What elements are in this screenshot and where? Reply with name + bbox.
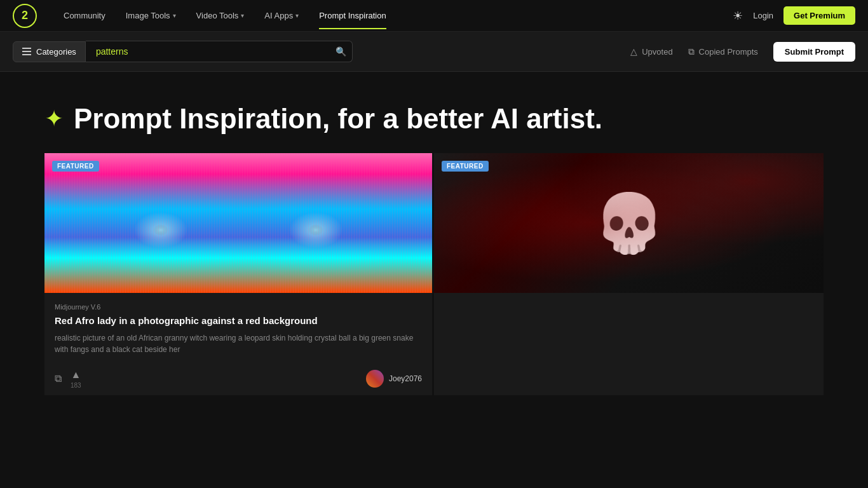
nav-item-prompt-inspiration[interactable]: Prompt Inspiration <box>311 7 394 24</box>
navbar: 2 Community Image Tools ▾ Video Tools ▾ … <box>0 0 868 32</box>
card-body-2 <box>434 293 824 363</box>
hero-title: Prompt Inspiration, for a better AI arti… <box>74 104 602 134</box>
search-right: △ Upvoted ⧉ Copied Prompts Submit Prompt <box>630 42 855 62</box>
categories-button[interactable]: Categories <box>13 41 86 62</box>
nav-item-ai-apps[interactable]: AI Apps ▾ <box>257 7 306 24</box>
nav-item-image-tools[interactable]: Image Tools ▾ <box>118 7 184 24</box>
card-desc-1: realistic picture of an old African gran… <box>55 332 422 355</box>
hamburger-icon <box>22 48 31 55</box>
cards-section: FEATURED Midjourney V.6 Red Afro lady in… <box>0 153 868 395</box>
search-input-wrap: 🔍 <box>86 41 353 62</box>
card-image-1 <box>44 153 432 293</box>
nav-links: Community Image Tools ▾ Video Tools ▾ AI… <box>56 7 714 24</box>
upvote-button-1[interactable]: ▲ 183 <box>71 369 81 389</box>
copy-prompt-button-1[interactable]: ⧉ <box>55 373 62 384</box>
card-model-1: Midjourney V.6 <box>55 303 422 311</box>
logo[interactable]: 2 <box>13 4 37 28</box>
card-actions-1: ⧉ ▲ 183 <box>55 369 81 389</box>
search-left: Categories 🔍 <box>13 41 353 62</box>
card-user-1: Joey2076 <box>366 370 422 388</box>
card-title-1: Red Afro lady in a photographic against … <box>55 315 422 327</box>
copy-icon: ⧉ <box>688 46 695 57</box>
upvote-count-1: 183 <box>71 382 81 389</box>
card-body-1: Midjourney V.6 Red Afro lady in a photog… <box>44 293 432 363</box>
upvoted-button[interactable]: △ Upvoted <box>630 46 672 57</box>
card-1: FEATURED Midjourney V.6 Red Afro lady in… <box>44 153 434 395</box>
card-footer-1: ⧉ ▲ 183 Joey2076 <box>44 363 432 395</box>
card-image-2 <box>434 153 824 293</box>
search-section: Categories 🔍 △ Upvoted ⧉ Copied Prompts … <box>0 32 868 72</box>
copied-prompts-button[interactable]: ⧉ Copied Prompts <box>688 46 758 57</box>
nav-item-video-tools[interactable]: Video Tools ▾ <box>189 7 252 24</box>
hero-icon: ✦ <box>44 105 64 132</box>
triangle-icon: △ <box>630 46 637 57</box>
username-1: Joey2076 <box>389 374 422 383</box>
chevron-down-icon: ▾ <box>241 12 244 19</box>
featured-badge-1: FEATURED <box>52 161 99 172</box>
chevron-down-icon: ▾ <box>173 12 176 19</box>
search-icon-button[interactable]: 🔍 <box>336 46 346 57</box>
theme-toggle-button[interactable]: ☀ <box>733 9 743 23</box>
upvote-icon: ▲ <box>71 369 81 381</box>
search-input[interactable] <box>86 41 353 62</box>
nav-right: ☀ Login Get Premium <box>733 6 855 25</box>
get-premium-button[interactable]: Get Premium <box>783 6 855 25</box>
login-button[interactable]: Login <box>753 11 773 20</box>
hero-section: ✦ Prompt Inspiration, for a better AI ar… <box>0 72 868 153</box>
copy-icon: ⧉ <box>55 373 62 384</box>
chevron-down-icon: ▾ <box>295 12 299 19</box>
featured-badge-2: FEATURED <box>442 161 489 172</box>
submit-prompt-button[interactable]: Submit Prompt <box>773 42 855 62</box>
avatar-1 <box>366 370 384 388</box>
nav-item-community[interactable]: Community <box>56 7 113 24</box>
card-2: FEATURED <box>434 153 824 395</box>
